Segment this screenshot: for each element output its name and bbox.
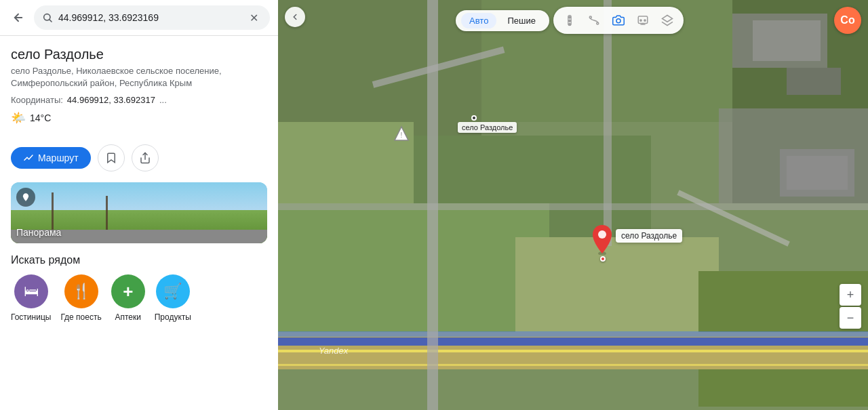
yandex-watermark: Yandex [319, 346, 348, 356]
nearby-cat-pharmacy[interactable]: + Аптеки [111, 274, 145, 322]
map-top-controls: Авто Пешие [285, 7, 861, 34]
back-button[interactable] [8, 7, 28, 28]
zoom-out-button[interactable]: − [840, 307, 861, 329]
search-bar: ✕ [0, 0, 278, 36]
bookmark-icon [105, 152, 117, 164]
panorama-card[interactable]: Панорама [11, 182, 267, 243]
groceries-label: Продукты [155, 312, 191, 322]
road-sign-marker: ! [393, 125, 410, 147]
hotels-label: Гостиницы [11, 312, 51, 322]
map-marker-main: село Раздолье [590, 224, 614, 255]
marker-dot [600, 256, 606, 262]
location-info: село Раздолье село Раздолье, Николаевско… [0, 36, 278, 139]
svg-point-15 [640, 20, 642, 21]
food-icon-circle: 🍴 [64, 274, 98, 308]
svg-rect-14 [638, 16, 648, 24]
map-controls-group: Авто Пешие [456, 7, 684, 34]
map-marker-top: село Раздолье [471, 115, 477, 121]
zoom-controls: + − [840, 284, 861, 329]
clear-button[interactable]: ✕ [245, 9, 262, 26]
svg-marker-17 [662, 16, 672, 22]
share-icon [139, 152, 151, 164]
layers-icon-button[interactable] [656, 9, 678, 31]
nearby-cat-hotels[interactable]: 🛏 Гостиницы [11, 274, 51, 322]
search-icon [42, 12, 53, 23]
transit-icon-button[interactable] [632, 9, 654, 31]
routes-icon-button[interactable] [583, 9, 605, 31]
pharmacy-icon-circle: + [111, 274, 145, 308]
map-aerial: Yandex село Раздолье ! [278, 0, 868, 410]
svg-text:!: ! [401, 131, 403, 139]
route-icon [23, 152, 34, 163]
hotels-icon-circle: 🛏 [14, 274, 48, 308]
user-avatar[interactable]: Co [834, 7, 861, 34]
left-panel: ✕ село Раздолье село Раздолье, Николаевс… [0, 0, 278, 410]
search-input[interactable] [58, 12, 240, 23]
search-input-wrapper: ✕ [34, 5, 270, 30]
weather-row: 🌤️ 14°С [11, 110, 267, 125]
weather-temp: 14°С [30, 112, 51, 123]
route-button[interactable]: Маршрут [11, 147, 91, 169]
nearby-section: Искать рядом 🛏 Гостиницы 🍴 Где поесть + … [0, 254, 278, 333]
svg-point-8 [568, 20, 572, 23]
map-mode-bar: Авто Пешие [456, 10, 549, 31]
nearby-cat-food[interactable]: 🍴 Где поесть [60, 274, 101, 322]
zoom-in-button[interactable]: + [840, 284, 861, 306]
nearby-cat-groceries[interactable]: 🛒 Продукты [155, 274, 191, 322]
map-nav-left-button[interactable] [285, 7, 305, 27]
traffic-icon-button[interactable] [559, 9, 580, 31]
panorama-label: Панорама [16, 227, 61, 238]
coords-value: 44.969912, 33.692317 [67, 95, 155, 105]
action-buttons: Маршрут [0, 139, 278, 182]
mode-auto-button[interactable]: Авто [461, 13, 496, 28]
nearby-categories: 🛏 Гостиницы 🍴 Где поесть + Аптеки 🛒 Прод… [11, 274, 267, 322]
groceries-icon-circle: 🛒 [156, 274, 190, 308]
svg-point-16 [644, 20, 646, 21]
svg-point-6 [598, 230, 606, 239]
nearby-title: Искать рядом [11, 254, 267, 266]
mode-walking-button[interactable]: Пешие [499, 13, 544, 28]
bookmark-button[interactable] [98, 144, 125, 171]
coords-label: Координаты: [11, 95, 63, 105]
coords-more-button[interactable]: ... [159, 95, 167, 105]
camera-icon-button[interactable] [608, 9, 629, 31]
location-address: село Раздолье, Николаевское сельское пос… [11, 65, 267, 89]
map-area[interactable]: Yandex село Раздолье ! [278, 0, 868, 410]
location-name: село Раздолье [11, 47, 267, 62]
food-label: Где поесть [60, 312, 101, 322]
share-button[interactable] [132, 144, 159, 171]
pharmacy-label: Аптеки [115, 312, 141, 322]
map-icon-controls [553, 7, 684, 34]
coords-row: Координаты: 44.969912, 33.692317 ... [11, 95, 267, 105]
weather-icon: 🌤️ [11, 110, 26, 125]
svg-point-13 [616, 19, 620, 23]
